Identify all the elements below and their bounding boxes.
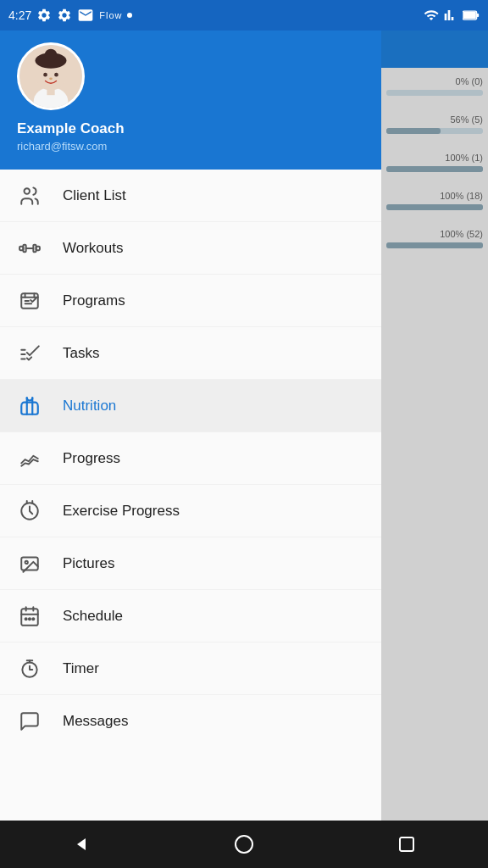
- navigation-bar: [0, 821, 488, 868]
- sidebar-item-progress[interactable]: Progress: [0, 432, 381, 485]
- rp-bar-3: [386, 204, 483, 210]
- nav-recents-button[interactable]: [381, 827, 432, 861]
- rp-row-5: 100% (52): [386, 229, 483, 248]
- messages-icon: [17, 710, 42, 732]
- navigation-drawer: Example Coach richard@fitsw.com Client L…: [0, 0, 381, 868]
- recents-icon: [398, 836, 415, 853]
- coach-name: Example Coach: [17, 120, 364, 137]
- svg-point-36: [25, 618, 27, 620]
- progress-icon: [17, 448, 42, 470]
- svg-rect-1: [477, 14, 480, 17]
- rp-bar-container-0: [386, 90, 483, 96]
- schedule-icon: [17, 605, 42, 627]
- coach-email: richard@fitsw.com: [17, 140, 364, 153]
- rp-bar-4: [386, 242, 483, 248]
- rp-row-2: 56% (5): [386, 114, 483, 134]
- app-label: Flow: [99, 10, 122, 20]
- svg-marker-42: [77, 838, 86, 850]
- sidebar-item-client-list[interactable]: Client List: [0, 170, 381, 222]
- sidebar-item-label-programs: Programs: [63, 292, 125, 309]
- rp-stat-2: 100% (1): [386, 153, 483, 163]
- sidebar-item-timer[interactable]: Timer: [0, 643, 381, 695]
- avatar: [17, 42, 85, 110]
- svg-rect-18: [21, 293, 38, 308]
- sidebar-item-tasks[interactable]: Tasks: [0, 327, 381, 380]
- right-panel: 0% (0) 56% (5) 100% (1) 100% (18) 100% (…: [381, 31, 488, 827]
- sidebar-item-label-exercise-progress: Exercise Progress: [63, 503, 180, 520]
- avatar-image: [19, 42, 82, 110]
- sidebar-item-exercise-progress[interactable]: Exercise Progress: [0, 485, 381, 537]
- rp-row-4: 100% (18): [386, 191, 483, 210]
- time-display: 4:27: [8, 8, 31, 22]
- sidebar-item-pictures[interactable]: Pictures: [0, 537, 381, 590]
- timer-icon: [17, 658, 42, 680]
- dumbbell-icon: [17, 237, 42, 259]
- nav-home-button[interactable]: [219, 827, 269, 861]
- sidebar-item-schedule[interactable]: Schedule: [0, 590, 381, 643]
- rp-row-3: 100% (1): [386, 153, 483, 172]
- programs-icon: [17, 290, 42, 312]
- clients-icon: [17, 185, 42, 207]
- sidebar-item-label-tasks: Tasks: [63, 345, 99, 362]
- status-right: [424, 8, 480, 23]
- nutrition-icon: [17, 395, 42, 417]
- svg-point-8: [45, 49, 58, 62]
- sidebar-item-label-messages: Messages: [63, 713, 128, 730]
- sidebar-item-label-timer: Timer: [63, 660, 99, 677]
- svg-point-37: [29, 618, 30, 620]
- rp-bar-container-4: [386, 242, 483, 248]
- sidebar-item-nutrition[interactable]: Nutrition: [0, 380, 381, 432]
- battery-icon: [463, 8, 480, 22]
- wifi-icon: [424, 8, 439, 23]
- svg-point-11: [49, 77, 53, 80]
- rp-bar-1: [386, 128, 441, 134]
- settings-icon-1: [36, 8, 52, 23]
- sidebar-item-label-client-list: Client List: [63, 187, 126, 204]
- signal-icon: [444, 8, 458, 22]
- svg-rect-44: [400, 837, 413, 851]
- rp-bar-container-1: [386, 128, 483, 134]
- right-panel-items: 0% (0) 56% (5) 100% (1) 100% (18) 100% (…: [381, 68, 488, 269]
- rp-bar-container-3: [386, 204, 483, 210]
- sidebar-item-workouts[interactable]: Workouts: [0, 222, 381, 275]
- sidebar-item-label-schedule: Schedule: [63, 608, 123, 625]
- nav-back-button[interactable]: [56, 827, 107, 861]
- rp-stat-0: 0% (0): [386, 76, 483, 86]
- dot-indicator: [127, 13, 132, 18]
- svg-point-31: [25, 560, 28, 563]
- home-icon: [235, 835, 253, 854]
- pictures-icon: [17, 553, 42, 575]
- rp-row-1: 0% (0): [386, 76, 483, 96]
- rp-bar-container-2: [386, 166, 483, 172]
- rp-stat-1: 56% (5): [386, 114, 483, 125]
- settings-icon-2: [57, 8, 72, 23]
- drawer-menu: Client List Workouts: [0, 170, 381, 868]
- mail-icon: [77, 7, 94, 24]
- svg-point-38: [32, 618, 34, 620]
- sidebar-item-label-nutrition: Nutrition: [63, 398, 116, 415]
- right-panel-header: [381, 31, 488, 68]
- rp-stat-4: 100% (52): [386, 229, 483, 239]
- svg-rect-32: [21, 609, 38, 626]
- sidebar-item-programs[interactable]: Programs: [0, 275, 381, 327]
- svg-point-43: [236, 836, 252, 853]
- svg-point-10: [54, 73, 58, 77]
- back-icon: [71, 834, 92, 854]
- status-bar: 4:27 Flow: [0, 0, 488, 31]
- rp-stat-3: 100% (18): [386, 191, 483, 201]
- svg-rect-2: [463, 12, 476, 19]
- sidebar-item-messages[interactable]: Messages: [0, 695, 381, 748]
- rp-bar-2: [386, 166, 483, 172]
- exercise-progress-icon: [17, 500, 42, 522]
- sidebar-item-label-workouts: Workouts: [63, 240, 124, 257]
- sidebar-item-label-pictures: Pictures: [63, 555, 114, 572]
- svg-point-9: [43, 73, 47, 77]
- tasks-icon: [17, 342, 42, 364]
- sidebar-item-label-progress: Progress: [63, 450, 120, 467]
- status-left: 4:27 Flow: [8, 7, 132, 24]
- svg-point-12: [25, 188, 30, 194]
